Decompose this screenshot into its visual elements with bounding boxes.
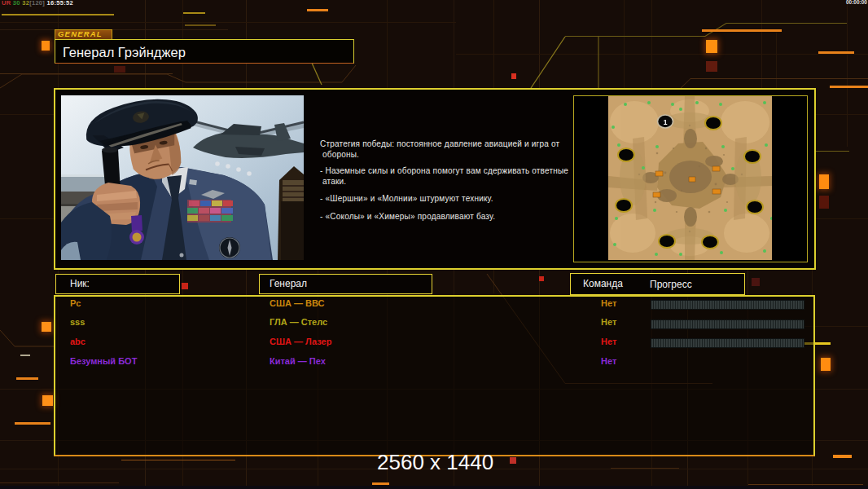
svg-text:1: 1 — [664, 118, 668, 126]
